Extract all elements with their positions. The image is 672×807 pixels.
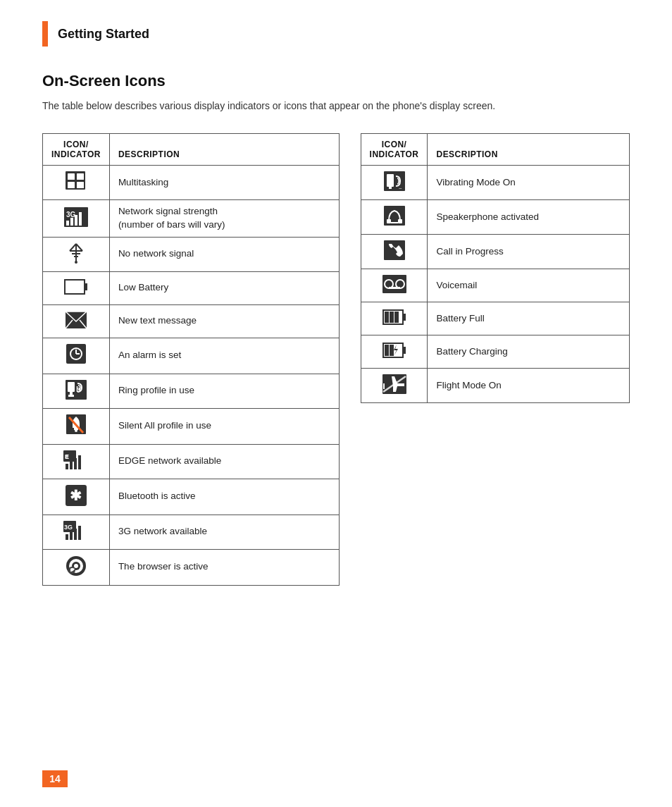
table-row: h Ring profile in use [43,374,340,408]
section-header: Getting Started [42,21,630,47]
bluetooth-desc: Bluetooth is active [109,479,339,515]
left-table: ICON/INDICATOR DESCRIPTION [42,133,340,586]
page-container: Getting Started On-Screen Icons The tabl… [0,0,672,807]
svg-rect-72 [403,314,406,321]
browser-desc: The browser is active [109,549,339,585]
table-row: The browser is active [43,549,340,585]
svg-rect-74 [390,312,394,323]
svg-rect-19 [85,283,87,290]
orange-bar [42,21,48,47]
flight-mode-icon [361,369,428,403]
voicemail-icon [361,269,428,302]
table-row: Call in Progress [361,235,629,269]
silent-all-desc: Silent All profile in use [109,408,339,444]
vibrating-mode-icon: ~ [361,166,428,200]
no-network-desc: No network signal [109,237,339,271]
svg-rect-49 [66,534,68,540]
svg-text:✱: ✱ [70,488,82,503]
battery-full-icon [361,302,428,335]
battery-charging-desc: Battery Charging [428,335,630,369]
svg-point-17 [75,261,77,264]
new-text-desc: New text message [109,304,339,338]
table-row: 3G Network signal strength(number of bar… [43,200,340,238]
table-row: Battery Full [361,302,629,335]
svg-text:3G: 3G [64,524,73,531]
svg-rect-75 [394,312,399,323]
left-col1-header: ICON/INDICATOR [43,134,110,166]
speakerphone-desc: Speakerphone activated [428,200,630,235]
alarm-desc: An alarm is set [109,338,339,374]
svg-text:3G: 3G [66,211,76,218]
network-signal-icon: 3G [43,200,110,238]
svg-line-11 [70,244,76,251]
tables-wrapper: ICON/INDICATOR DESCRIPTION [42,133,630,586]
table-row: Speakerphone activated [361,200,629,235]
svg-rect-43 [78,455,81,469]
content-title: On-Screen Icons [42,72,630,90]
content-description: The table below describes various displa… [42,99,620,113]
low-battery-desc: Low Battery [109,271,339,304]
left-col2-header: DESCRIPTION [109,134,339,166]
multitasking-icon [43,166,110,200]
svg-rect-40 [66,464,68,469]
battery-full-desc: Battery Full [428,302,630,335]
bluetooth-icon: ✱ [43,479,110,515]
svg-rect-18 [65,280,85,294]
ring-profile-desc: Ring profile in use [109,374,339,408]
table-row: Voicemail [361,269,629,302]
table-row: Battery Charging [361,335,629,369]
svg-text:≡: ≡ [65,453,68,460]
svg-rect-59 [387,174,394,187]
svg-rect-42 [74,458,77,469]
svg-rect-50 [70,531,73,540]
svg-rect-41 [70,461,73,469]
right-col1-header: ICON/INDICATOR [361,134,428,166]
speakerphone-icon [361,200,428,235]
svg-rect-63 [387,219,391,223]
svg-rect-73 [385,312,389,323]
network-signal-desc: Network signal strength(number of bars w… [109,200,339,238]
svg-rect-2 [77,173,84,180]
multitasking-desc: Multitasking [109,166,339,200]
svg-rect-70 [389,287,400,289]
svg-rect-64 [398,219,402,223]
edge-network-desc: EDGE network available [109,444,339,479]
new-text-icon [43,304,110,338]
battery-charging-icon [361,335,428,369]
table-row: E ≡ EDGE network available [43,444,340,479]
svg-rect-9 [75,215,77,226]
call-in-progress-desc: Call in Progress [428,235,630,269]
right-col2-header: DESCRIPTION [428,134,630,166]
ring-profile-icon: h [43,374,110,408]
table-row: Multitasking [43,166,340,200]
edge-network-icon: E ≡ [43,444,110,479]
flight-mode-desc: Flight Mode On [428,369,630,403]
browser-icon [43,549,110,585]
table-row: Flight Mode On [361,369,629,403]
svg-rect-60 [389,186,392,189]
low-battery-icon [43,271,110,304]
svg-rect-30 [68,382,75,392]
vibrating-mode-desc: Vibrating Mode On [428,166,630,200]
svg-line-12 [76,244,82,251]
table-row: Silent All profile in use [43,408,340,444]
table-row: An alarm is set [43,338,340,374]
right-table: ICON/INDICATOR DESCRIPTION ~ [361,133,630,403]
svg-rect-4 [77,182,84,188]
table-row: ✱ Bluetooth is active [43,479,340,515]
svg-rect-32 [68,395,74,397]
svg-rect-10 [79,212,82,226]
svg-rect-67 [382,275,406,293]
table-row: Low Battery [43,271,340,304]
voicemail-desc: Voicemail [428,269,630,302]
svg-rect-7 [66,221,69,226]
svg-rect-51 [74,529,77,540]
svg-rect-77 [403,347,406,354]
svg-rect-1 [68,173,75,180]
3g-network-icon: 3G [43,515,110,549]
svg-rect-79 [390,345,394,356]
page-number: 14 [42,770,68,787]
svg-rect-8 [70,218,73,226]
svg-rect-3 [68,182,75,188]
no-network-icon [43,237,110,271]
